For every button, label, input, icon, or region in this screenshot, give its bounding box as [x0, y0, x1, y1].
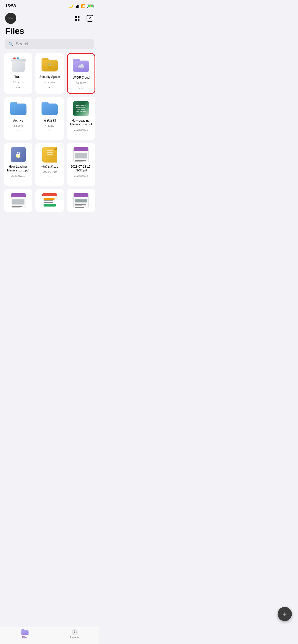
file-name: 样式文档	[38, 119, 61, 123]
header: 〰️ ✓	[0, 11, 99, 25]
file-card-archive[interactable]: Archive 6 items ···	[4, 97, 32, 140]
file-meta: 2023/07/19	[43, 170, 57, 173]
signal-icon	[75, 4, 79, 8]
file-more-button[interactable]: ···	[48, 129, 52, 133]
file-name: How-Leading-Manufa...ord.pdf	[7, 165, 29, 173]
page-title-container: Files	[0, 25, 99, 39]
cloud-icon: ☁️	[78, 63, 85, 70]
files-grid: Trash 10 items ··· 🔒 Security Space no i…	[0, 53, 99, 237]
file-name: How-Leading-Manufa...ion.pdf	[70, 119, 92, 127]
file-card-partial-3[interactable]	[67, 189, 95, 212]
file-meta: 2023/07/19	[11, 174, 25, 177]
file-card-zip[interactable]: 样式文档.zip 2023/07/19 ···	[35, 143, 64, 186]
file-meta: no items	[44, 81, 55, 84]
file-card-updf-cloud[interactable]: ☁️ UPDF Cloud no items ···	[67, 53, 95, 94]
doc-thumbnail-3	[41, 193, 59, 208]
status-bar: 15:58 🌙 📶 ⚡	[0, 0, 99, 11]
file-meta: 4 items	[45, 124, 54, 127]
pdf-thumbnail: How LeadingManufacturersand SMEsCan Incr…	[72, 101, 90, 116]
file-more-button[interactable]: ···	[79, 179, 83, 183]
file-name: UPDF Cloud	[71, 76, 91, 80]
app-logo: 〰️	[8, 16, 13, 21]
checkbox-icon: ✓	[87, 15, 93, 22]
file-more-button[interactable]: ···	[79, 86, 83, 91]
file-card-yangshi[interactable]: 样式文档 4 items ···	[35, 97, 64, 140]
lock-icon: 🔒	[47, 63, 53, 69]
blue-folder-icon	[9, 101, 27, 116]
moon-icon: 🌙	[69, 4, 73, 8]
checkmark-icon: ✓	[88, 17, 91, 20]
file-name: 2023-07-18 17-03-36.pdf	[70, 165, 92, 173]
blue-folder-icon-2	[41, 101, 59, 116]
grid-view-button[interactable]	[73, 14, 82, 23]
file-more-button[interactable]: ···	[79, 133, 83, 137]
file-card-how-leading[interactable]: How LeadingManufacturersand SMEsCan Incr…	[67, 97, 95, 140]
search-bar[interactable]: 🔍 Search	[5, 39, 94, 49]
select-button[interactable]: ✓	[86, 14, 94, 23]
doc-thumbnail	[72, 147, 90, 162]
app-icon[interactable]: 〰️	[5, 13, 16, 24]
zip-icon	[41, 147, 59, 162]
doc-thumbnail-4	[72, 193, 90, 208]
page-title: Files	[5, 26, 94, 36]
file-meta: 2023/07/18	[74, 174, 88, 177]
file-more-button[interactable]: ···	[48, 175, 52, 179]
file-meta: 2023/07/19	[74, 128, 88, 131]
grid-icon	[75, 16, 79, 21]
file-more-button[interactable]: ···	[16, 85, 20, 90]
file-more-button[interactable]: ···	[48, 85, 52, 90]
file-card-trash[interactable]: Trash 10 items ···	[4, 53, 32, 94]
file-more-button[interactable]: ···	[16, 129, 20, 133]
status-time: 15:58	[5, 4, 16, 9]
file-card-partial-1[interactable]	[4, 189, 32, 212]
pdf-thumb-text: How LeadingManufacturersand SMEsCan Incr…	[75, 104, 87, 113]
file-name: Security Space	[38, 75, 61, 79]
file-card-date-pdf[interactable]: 2023-07-18 17-03-36.pdf 2023/07/18 ···	[67, 143, 95, 186]
file-name: 样式文档.zip	[38, 165, 61, 169]
header-actions: ✓	[73, 14, 94, 23]
file-card-how-leading-locked[interactable]: How-Leading-Manufa...ord.pdf 2023/07/19 …	[4, 143, 32, 186]
file-name: Trash	[7, 75, 29, 79]
cloud-folder-icon: ☁️	[72, 58, 90, 73]
wifi-icon: 📶	[81, 4, 86, 8]
file-card-partial-2[interactable]	[35, 189, 64, 212]
security-icon: 🔒	[41, 57, 59, 72]
search-container: 🔍 Search	[0, 39, 99, 53]
doc-thumbnail-2	[9, 193, 27, 208]
trash-icon	[9, 57, 27, 72]
file-more-button[interactable]: ···	[16, 179, 20, 183]
status-icons: 🌙 📶 ⚡	[69, 4, 94, 8]
search-placeholder: Search	[16, 41, 30, 47]
battery-icon: ⚡	[87, 5, 94, 8]
file-meta: 10 items	[13, 81, 24, 84]
locked-pdf-icon	[9, 147, 27, 162]
file-meta: 6 items	[14, 124, 23, 127]
file-name: Archive	[7, 119, 29, 123]
file-meta: no items	[76, 81, 87, 84]
search-icon: 🔍	[9, 42, 14, 47]
file-card-security[interactable]: 🔒 Security Space no items ···	[35, 53, 64, 94]
